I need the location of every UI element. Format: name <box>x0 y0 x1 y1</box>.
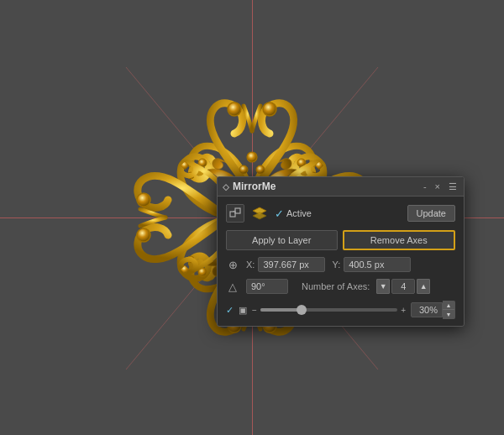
mirrorMe-panel: ◇ MirrorMe - × ☰ <box>217 176 465 327</box>
svg-marker-33 <box>253 212 266 219</box>
remove-axes-button[interactable]: Remove Axes <box>343 230 456 250</box>
slider-minus-label: − <box>252 306 257 315</box>
y-label: Y: <box>332 259 340 270</box>
transform-tool-icon[interactable] <box>226 204 244 223</box>
transform-icon-svg <box>229 207 241 219</box>
opacity-layer-icon: ▣ <box>239 305 247 316</box>
update-button[interactable]: Update <box>407 205 455 222</box>
svg-point-20 <box>239 165 248 174</box>
active-label: Active <box>286 208 312 218</box>
opacity-input[interactable] <box>411 302 443 317</box>
svg-rect-29 <box>230 212 235 217</box>
opacity-increment-button[interactable]: ▲ <box>443 301 454 310</box>
panel-close-button[interactable]: × <box>433 181 442 191</box>
layers-svg <box>251 205 268 222</box>
panel-row-2: Apply to Layer Remove Axes <box>226 230 455 250</box>
svg-point-11 <box>228 102 241 116</box>
active-checkmark: ✓ <box>275 207 284 220</box>
x-label: X: <box>246 259 255 270</box>
axes-increment-button[interactable]: ▲ <box>417 279 430 294</box>
slider-container: − + <box>252 306 406 315</box>
axes-stepper: ▼ ▲ <box>376 279 430 294</box>
panel-minimize-button[interactable]: - <box>422 181 428 191</box>
slider-track[interactable] <box>260 308 397 312</box>
slider-thumb[interactable] <box>297 305 307 315</box>
panel-body: ✓ Active Update Apply to Layer Remove Ax… <box>218 197 464 326</box>
panel-title-text: MirrorMe <box>233 181 276 192</box>
panel-title-group: ◇ MirrorMe <box>223 181 276 192</box>
panel-row-1: ✓ Active Update <box>226 203 455 223</box>
panel-row-5: ✓ ▣ − + ▲ ▼ <box>226 301 455 319</box>
panel-titlebar: ◇ MirrorMe - × ☰ <box>218 177 464 197</box>
opacity-decrement-button[interactable]: ▼ <box>443 310 454 318</box>
opacity-arrows: ▲ ▼ <box>443 301 455 319</box>
panel-controls: - × ☰ <box>422 181 459 192</box>
tool-icons-group <box>226 204 244 223</box>
apply-layer-button[interactable]: Apply to Layer <box>226 230 338 250</box>
active-checkbox[interactable]: ✓ Active <box>275 207 312 220</box>
x-coord-group: X: <box>246 257 325 272</box>
y-coord-group: Y: <box>332 257 411 272</box>
opacity-checkmark: ✓ <box>226 305 234 316</box>
y-input[interactable] <box>344 257 411 272</box>
opacity-stepper: ▲ ▼ <box>411 301 455 319</box>
axes-decrement-button[interactable]: ▼ <box>376 279 390 294</box>
panel-row-4: △ Number of Axes: ▼ ▲ <box>226 279 455 294</box>
panel-menu-button[interactable]: ☰ <box>447 181 459 192</box>
layers-icon[interactable] <box>249 203 270 223</box>
svg-point-19 <box>247 152 257 162</box>
svg-point-15 <box>137 193 150 207</box>
svg-point-12 <box>263 102 276 116</box>
svg-point-16 <box>137 228 150 242</box>
svg-rect-30 <box>235 208 240 213</box>
x-input[interactable] <box>258 257 325 272</box>
crosshair-icon: ⊕ <box>226 259 239 271</box>
panel-title-icon: ◇ <box>223 182 229 191</box>
angle-input[interactable] <box>246 279 288 294</box>
axes-label: Number of Axes: <box>302 281 370 291</box>
angle-icon: △ <box>226 280 239 293</box>
slider-fill <box>260 308 302 312</box>
panel-row-3: ⊕ X: Y: <box>226 257 455 272</box>
slider-plus-label: + <box>401 306 406 315</box>
axes-input[interactable] <box>391 279 415 294</box>
svg-point-21 <box>256 165 265 174</box>
